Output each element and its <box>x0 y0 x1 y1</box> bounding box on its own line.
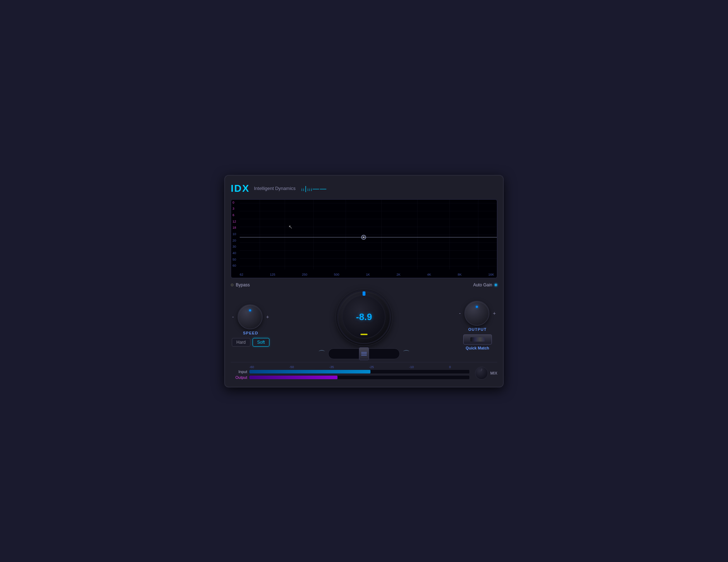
mix-section: MIX <box>475 367 497 380</box>
eq-x-2k: 2K <box>397 273 401 276</box>
output-meter-row: Output <box>231 375 469 380</box>
eq-y-30: 30 <box>233 245 236 248</box>
output-knob-indicator <box>476 306 478 308</box>
hard-button[interactable]: Hard <box>232 338 250 347</box>
bypass-label: Bypass <box>236 282 250 287</box>
bypass-led <box>231 284 234 286</box>
bypass-control[interactable]: Bypass <box>231 282 250 287</box>
autogain-led <box>494 284 497 286</box>
plugin-container: IDX Intelligent Dynamics ᵢᵢ|ᵢᵢᵢ—— <box>224 175 504 387</box>
autogain-control[interactable]: Auto Gain <box>473 282 497 287</box>
eq-x-8k: 8K <box>458 273 462 276</box>
grip-line-3 <box>361 355 367 356</box>
speed-knob-controls: - + <box>231 304 270 329</box>
main-slider[interactable] <box>328 348 400 359</box>
input-meter-track <box>249 370 469 373</box>
eq-x-4k: 4K <box>427 273 431 276</box>
header: IDX Intelligent Dynamics ᵢᵢ|ᵢᵢᵢ—— <box>231 181 497 196</box>
slider-section: ⌒ ⌒ <box>318 347 410 361</box>
output-meter-label: Output <box>231 375 249 380</box>
main-knob[interactable]: -8.9 <box>337 290 391 344</box>
eq-y-labels: 0 3 6 12 18 10 20 30 40 50 60 <box>233 200 236 269</box>
eq-y-6: 6 <box>233 214 236 217</box>
eq-y-60: 60 <box>233 264 236 267</box>
speed-section: - + SPEED Hard Soft <box>231 304 270 347</box>
eq-display[interactable]: 0 3 6 12 18 10 20 30 40 50 60 62 125 250… <box>231 199 497 278</box>
waveform-icon: ᵢᵢ|ᵢᵢᵢ—— <box>301 185 327 192</box>
grip-line-2 <box>361 353 367 354</box>
slider-thumb[interactable] <box>359 347 369 360</box>
eq-x-62: 62 <box>240 273 243 276</box>
grip-line-1 <box>361 352 367 353</box>
speed-knob[interactable] <box>238 304 263 329</box>
output-knob[interactable] <box>464 301 489 326</box>
quick-match-label: Quick Match <box>466 346 489 350</box>
eq-x-labels: 62 125 250 500 1K 2K 4K 8K 16K <box>240 273 494 276</box>
eq-y-50: 50 <box>233 258 236 261</box>
autogain-label: Auto Gain <box>473 282 492 287</box>
eq-y-18: 18 <box>233 226 236 229</box>
slider-curve-right-icon: ⌒ <box>403 349 410 358</box>
eq-y-10: 10 <box>233 233 236 236</box>
main-knob-arc <box>360 334 368 335</box>
scale-10: -10 <box>409 365 414 369</box>
eq-y-0: 0 <box>233 201 236 204</box>
quick-match-button[interactable] <box>463 334 492 344</box>
scale-25: -25 <box>369 365 374 369</box>
eq-y-12: 12 <box>233 220 236 223</box>
scale-0: 0 <box>449 365 451 369</box>
eq-y-3: 3 <box>233 207 236 210</box>
main-knob-section: -8.9 ⌒ ⌒ <box>276 290 452 361</box>
input-meter-row: Input <box>231 370 469 374</box>
meters-block: -60 -50 -35 -25 -10 0 Input Output <box>231 365 469 381</box>
speed-minus[interactable]: - <box>231 313 235 320</box>
eq-x-16k: 16K <box>488 273 494 276</box>
output-label: OUTPUT <box>468 327 487 332</box>
input-meter-fill <box>249 370 370 373</box>
controls-main: - + SPEED Hard Soft -8.9 <box>231 290 497 361</box>
main-knob-indicator <box>363 291 365 296</box>
eq-x-500: 500 <box>334 273 339 276</box>
eq-x-1k: 1K <box>366 273 370 276</box>
output-section: - + OUTPUT <box>458 301 497 332</box>
slider-curve-left-icon: ⌒ <box>318 349 325 358</box>
eq-x-250: 250 <box>302 273 307 276</box>
meter-section: -60 -50 -35 -25 -10 0 Input Output <box>231 362 497 381</box>
eq-y-40: 40 <box>233 252 236 255</box>
svg-point-19 <box>363 237 364 238</box>
plugin-subtitle: Intelligent Dynamics <box>254 186 296 191</box>
speed-knob-indicator <box>249 309 251 311</box>
hard-soft-row: Hard Soft <box>232 338 269 347</box>
mix-label: MIX <box>490 371 497 375</box>
scale-60: -60 <box>249 365 254 369</box>
quick-match-inner <box>470 337 485 342</box>
soft-button[interactable]: Soft <box>253 338 269 347</box>
right-controls: - + OUTPUT Quick Match <box>458 301 497 350</box>
main-knob-value: -8.9 <box>356 311 372 323</box>
mix-knob[interactable] <box>475 367 488 380</box>
meters-mix-row: -60 -50 -35 -25 -10 0 Input Output <box>231 365 497 381</box>
output-knob-controls: - + <box>458 301 497 326</box>
output-minus[interactable]: - <box>458 310 462 317</box>
eq-y-20: 20 <box>233 239 236 242</box>
speed-plus[interactable]: + <box>265 313 270 320</box>
output-meter-fill <box>249 376 337 379</box>
speed-label: SPEED <box>243 331 258 335</box>
scale-35: -35 <box>329 365 334 369</box>
scale-50: -50 <box>289 365 294 369</box>
output-meter-track <box>249 376 469 379</box>
plugin-title: IDX <box>231 183 250 194</box>
cursor: ↖ <box>288 224 293 230</box>
main-knob-inner: -8.9 <box>343 296 385 339</box>
quick-match-section: Quick Match <box>463 334 492 350</box>
output-plus[interactable]: + <box>492 310 497 317</box>
input-label: Input <box>231 370 249 374</box>
meter-scale: -60 -50 -35 -25 -10 0 <box>231 365 469 369</box>
eq-x-125: 125 <box>270 273 275 276</box>
